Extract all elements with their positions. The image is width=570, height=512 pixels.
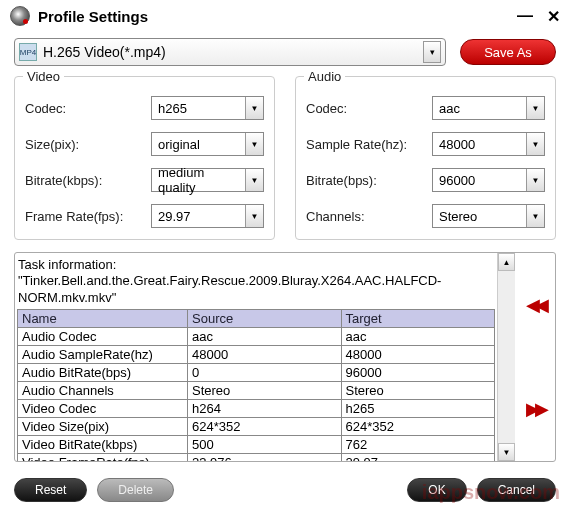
- table-cell: Stereo: [188, 381, 342, 399]
- table-cell: Video Size(pix): [18, 417, 188, 435]
- cancel-button[interactable]: Cancel: [477, 478, 556, 502]
- table-cell: 500: [188, 435, 342, 453]
- table-header: Name: [18, 309, 188, 327]
- table-cell: h265: [341, 399, 495, 417]
- app-icon: [10, 6, 30, 26]
- video-bitrate-value: medium quality: [152, 169, 245, 191]
- table-row: Video FrameRate(fps)23.97629.97: [18, 453, 495, 461]
- delete-button[interactable]: Delete: [97, 478, 174, 502]
- table-row: Video BitRate(kbps)500762: [18, 435, 495, 453]
- close-button[interactable]: ✕: [547, 7, 560, 26]
- scroll-up-icon[interactable]: ▲: [498, 253, 515, 271]
- titlebar: Profile Settings — ✕: [0, 0, 570, 32]
- video-group: Video Codec: h265 ▼ Size(pix): original …: [14, 76, 275, 240]
- reset-button[interactable]: Reset: [14, 478, 87, 502]
- table-row: Audio Codecaacaac: [18, 327, 495, 345]
- table-cell: 48000: [188, 345, 342, 363]
- table-cell: Video FrameRate(fps): [18, 453, 188, 461]
- audio-bitrate-select[interactable]: 96000 ▼: [432, 168, 545, 192]
- video-codec-select[interactable]: h265 ▼: [151, 96, 264, 120]
- save-as-button[interactable]: Save As: [460, 39, 556, 65]
- table-cell: 762: [341, 435, 495, 453]
- chevron-down-icon: ▼: [245, 97, 263, 119]
- table-cell: aac: [341, 327, 495, 345]
- audio-codec-select[interactable]: aac ▼: [432, 96, 545, 120]
- next-button[interactable]: ▶▶: [526, 398, 544, 420]
- table-cell: Audio Channels: [18, 381, 188, 399]
- audio-channels-value: Stereo: [433, 205, 526, 227]
- table-row: Audio ChannelsStereoStereo: [18, 381, 495, 399]
- video-size-value: original: [152, 133, 245, 155]
- minimize-button[interactable]: —: [517, 7, 533, 25]
- table-row: Video Size(pix)624*352624*352: [18, 417, 495, 435]
- table-cell: Audio Codec: [18, 327, 188, 345]
- video-codec-label: Codec:: [25, 101, 151, 116]
- chevron-down-icon: ▼: [245, 169, 263, 191]
- table-cell: 624*352: [341, 417, 495, 435]
- video-bitrate-label: Bitrate(kbps):: [25, 173, 151, 188]
- audio-channels-label: Channels:: [306, 209, 432, 224]
- audio-samplerate-label: Sample Rate(hz):: [306, 137, 432, 152]
- profile-select[interactable]: MP4 H.265 Video(*.mp4) ▾: [14, 38, 446, 66]
- table-cell: Stereo: [341, 381, 495, 399]
- video-framerate-value: 29.97: [152, 205, 245, 227]
- table-cell: 29.97: [341, 453, 495, 461]
- video-bitrate-select[interactable]: medium quality ▼: [151, 168, 264, 192]
- footer: Reset Delete OK Cancel: [0, 478, 570, 502]
- task-info-label: Task information:: [18, 257, 116, 272]
- table-cell: Audio SampleRate(hz): [18, 345, 188, 363]
- window-title: Profile Settings: [38, 8, 503, 25]
- video-framerate-label: Frame Rate(fps):: [25, 209, 151, 224]
- chevron-down-icon: ▼: [245, 205, 263, 227]
- table-cell: 96000: [341, 363, 495, 381]
- dropdown-arrow-icon[interactable]: ▾: [423, 41, 441, 63]
- task-info-file: "Tinker.Bell.and.the.Great.Fairy.Rescue.…: [18, 273, 441, 304]
- video-codec-value: h265: [152, 97, 245, 119]
- audio-legend: Audio: [304, 69, 345, 84]
- audio-samplerate-select[interactable]: 48000 ▼: [432, 132, 545, 156]
- table-cell: Audio BitRate(bps): [18, 363, 188, 381]
- table-row: Video Codech264h265: [18, 399, 495, 417]
- table-cell: 624*352: [188, 417, 342, 435]
- table-cell: 48000: [341, 345, 495, 363]
- video-size-select[interactable]: original ▼: [151, 132, 264, 156]
- audio-samplerate-value: 48000: [433, 133, 526, 155]
- table-cell: h264: [188, 399, 342, 417]
- audio-codec-label: Codec:: [306, 101, 432, 116]
- chevron-down-icon: ▼: [526, 133, 544, 155]
- table-cell: aac: [188, 327, 342, 345]
- audio-bitrate-value: 96000: [433, 169, 526, 191]
- table-cell: Video Codec: [18, 399, 188, 417]
- audio-bitrate-label: Bitrate(bps):: [306, 173, 432, 188]
- chevron-down-icon: ▼: [526, 205, 544, 227]
- video-framerate-select[interactable]: 29.97 ▼: [151, 204, 264, 228]
- task-info-box: Task information: "Tinker.Bell.and.the.G…: [14, 252, 556, 462]
- table-header: Target: [341, 309, 495, 327]
- mp4-icon: MP4: [19, 43, 37, 61]
- scrollbar[interactable]: ▲ ▼: [497, 253, 515, 461]
- audio-codec-value: aac: [433, 97, 526, 119]
- video-size-label: Size(pix):: [25, 137, 151, 152]
- audio-channels-select[interactable]: Stereo ▼: [432, 204, 545, 228]
- table-header: Source: [188, 309, 342, 327]
- audio-group: Audio Codec: aac ▼ Sample Rate(hz): 4800…: [295, 76, 556, 240]
- chevron-down-icon: ▼: [245, 133, 263, 155]
- profile-select-value: H.265 Video(*.mp4): [43, 44, 423, 60]
- table-row: Audio SampleRate(hz)4800048000: [18, 345, 495, 363]
- comparison-table: NameSourceTarget Audio CodecaacaacAudio …: [17, 309, 495, 461]
- video-legend: Video: [23, 69, 64, 84]
- chevron-down-icon: ▼: [526, 97, 544, 119]
- table-cell: 23.976: [188, 453, 342, 461]
- table-cell: 0: [188, 363, 342, 381]
- prev-button[interactable]: ◀◀: [526, 294, 544, 316]
- scroll-down-icon[interactable]: ▼: [498, 443, 515, 461]
- table-cell: Video BitRate(kbps): [18, 435, 188, 453]
- table-row: Audio BitRate(bps)096000: [18, 363, 495, 381]
- ok-button[interactable]: OK: [407, 478, 466, 502]
- chevron-down-icon: ▼: [526, 169, 544, 191]
